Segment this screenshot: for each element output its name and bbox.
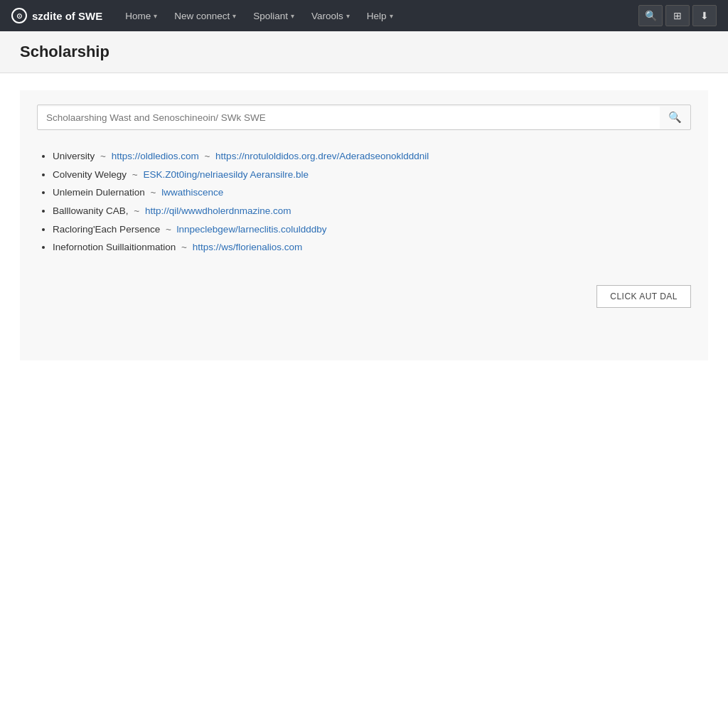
page-header: Scholarship	[0, 31, 728, 73]
button-area: CLICK AUT DAL	[37, 285, 691, 308]
search-button[interactable]: 🔍	[638, 5, 663, 26]
list-item: Inefornotion Suillaitionmation ~ https:/…	[53, 238, 691, 257]
nav-item-varools: Varools ▾	[303, 0, 358, 31]
item-label: Unlemein Dulernation	[53, 187, 145, 198]
chevron-down-icon: ▾	[291, 12, 294, 20]
chevron-down-icon: ▾	[154, 12, 157, 20]
click-all-button[interactable]: CLICK AUT DAL	[596, 285, 691, 308]
nav-item-help: Help ▾	[358, 0, 402, 31]
item-label: Colvenity Welegy	[53, 169, 127, 180]
item-label: Inefornotion Suillaitionmation	[53, 242, 176, 252]
resource-link-1[interactable]: http://qil/wwwdholerdnmazine.com	[145, 205, 291, 216]
navbar: ⊙ szdite of SWE Home ▾ New connect ▾ Spo…	[0, 0, 728, 31]
list-item: University ~ https://oldledios.com ~ htt…	[53, 147, 691, 166]
nav-link-help[interactable]: Help ▾	[358, 0, 402, 31]
resource-link-2[interactable]: https://nrotuloldidos.org.drev/Aderadseo…	[215, 151, 429, 161]
brand-text: szdite of SWE	[32, 10, 102, 22]
nav-menu: Home ▾ New connect ▾ Spoliant ▾ Varools …	[117, 0, 638, 31]
nav-link-spoliant[interactable]: Spoliant ▾	[245, 0, 303, 31]
nav-link-home[interactable]: Home ▾	[117, 0, 166, 31]
nav-link-new-connect[interactable]: New connect ▾	[166, 0, 245, 31]
list-item: Colvenity Welegy ~ ESK.Z0t0ing/nelriaesi…	[53, 166, 691, 184]
search-submit-button[interactable]: 🔍	[660, 105, 690, 129]
download-button[interactable]: ⬇	[692, 5, 717, 26]
list-item: Unlemein Dulernation ~ lwwathiscence	[53, 183, 691, 202]
main-content: Scholaarshing Wast and Senoschineoin/ SW…	[0, 73, 728, 378]
separator: ~	[129, 169, 140, 180]
separator: ~	[97, 151, 108, 161]
page-title: Scholarship	[20, 43, 708, 61]
resource-link-1[interactable]: lwwathiscence	[161, 187, 223, 198]
separator: ~	[163, 224, 173, 235]
resource-link-1[interactable]: ESK.Z0t0ing/nelriaesildy Aeransilre.ble	[143, 169, 309, 180]
separator: ~	[178, 242, 189, 252]
search-box: Scholaarshing Wast and Senoschineoin/ SW…	[37, 105, 691, 130]
navbar-actions: 🔍 ⊞ ⬇	[638, 5, 717, 26]
grid-button[interactable]: ⊞	[665, 5, 690, 26]
chevron-down-icon: ▾	[390, 12, 393, 20]
nav-item-home: Home ▾	[117, 0, 166, 31]
nav-link-varools[interactable]: Varools ▾	[303, 0, 358, 31]
item-label: Balllowanity CAB,	[53, 205, 129, 216]
search-input[interactable]: Scholaarshing Wast and Senoschineoin/ SW…	[38, 107, 660, 129]
resource-link-1[interactable]: lnnpeclebgew/larneclitis.coluldddby	[177, 224, 327, 235]
separator: ~	[132, 205, 142, 216]
brand-logo[interactable]: ⊙ szdite of SWE	[11, 8, 102, 23]
nav-item-new-connect: New connect ▾	[166, 0, 245, 31]
item-label: University	[53, 151, 95, 161]
logo-icon: ⊙	[11, 8, 27, 23]
resource-link-1[interactable]: https://oldledios.com	[112, 151, 199, 161]
content-wrapper: Scholaarshing Wast and Senoschineoin/ SW…	[20, 90, 708, 360]
list-item: Balllowanity CAB, ~ http://qil/wwwdholer…	[53, 202, 691, 220]
separator: ~	[148, 187, 159, 198]
item-label: Racloring'Each Persence	[53, 224, 160, 235]
resource-list: University ~ https://oldledios.com ~ htt…	[37, 147, 691, 257]
nav-item-spoliant: Spoliant ▾	[245, 0, 303, 31]
chevron-down-icon: ▾	[232, 12, 236, 20]
separator: ~	[202, 151, 213, 161]
resource-link-1[interactable]: https://ws/florienalios.com	[193, 242, 303, 252]
list-item: Racloring'Each Persence ~ lnnpeclebgew/l…	[53, 220, 691, 239]
chevron-down-icon: ▾	[346, 12, 350, 20]
